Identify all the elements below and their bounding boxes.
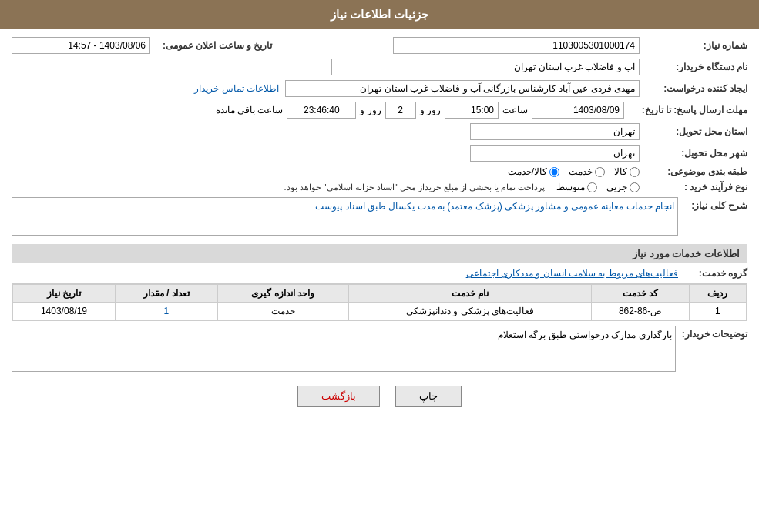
deadline-countdown-input [287, 102, 356, 119]
col-row: ردیف [689, 285, 746, 303]
deadline-days-word: روز و [360, 105, 381, 115]
city-input [470, 145, 640, 162]
buyer-notes-row: توضیحات خریدار: بارگذاری مدارک درخواستی … [12, 326, 747, 374]
province-row: استان محل تحویل: [12, 123, 747, 140]
description-label: شرح کلی نیاز: [678, 197, 747, 211]
category-label: طبقه بندی موضوعی: [640, 166, 747, 177]
deadline-date-input [532, 102, 624, 119]
deadline-time-label: ساعت [502, 105, 528, 115]
purchase-note: پرداخت تمام یا بخشی از مبلغ خریداز محل "… [284, 182, 545, 192]
need-number-row: شماره نیاز: تاریخ و ساعت اعلان عمومی: [12, 37, 747, 54]
category-radio-group: کالا خدمت کالا/خدمت [508, 166, 640, 177]
org-name-row: نام دستگاه خریدار: [12, 59, 747, 75]
purchase-option-jozi[interactable]: جزیی [606, 182, 640, 192]
category-option-kala-khadamat[interactable]: کالا/خدمت [508, 166, 559, 177]
deadline-label: مهلت ارسال پاسخ: تا تاریخ: [624, 105, 747, 115]
service-group-row: گروه خدمت: فعالیت‌های مربوط به سلامت انس… [12, 268, 747, 279]
buttons-row: چاپ بازگشت [12, 386, 747, 407]
deadline-days-input [385, 102, 416, 119]
category-row: طبقه بندی موضوعی: کالا خدمت کالا/خدمت [12, 166, 747, 177]
buyer-notes-label: توضیحات خریدار: [676, 326, 747, 340]
col-quantity: تعداد / مقدار [115, 285, 217, 303]
purchase-type-row: نوع فرآیند خرید : جزیی متوسط پرداخت تمام… [12, 182, 747, 192]
deadline-row: مهلت ارسال پاسخ: تا تاریخ: ساعت روز و رو… [12, 102, 747, 119]
col-code: کد خدمت [592, 285, 690, 303]
print-button[interactable]: چاپ [395, 386, 462, 407]
announce-time-label: تاریخ و ساعت اعلان عمومی: [156, 40, 272, 51]
col-name: نام خدمت [348, 285, 592, 303]
col-date: تاریخ نیاز [13, 285, 116, 303]
back-button[interactable]: بازگشت [297, 386, 380, 407]
category-option-khadamat[interactable]: خدمت [569, 166, 605, 177]
description-content: انجام خدمات معاینه عمومی و مشاور پزشکی (… [12, 197, 678, 238]
deadline-days-label: روز و [420, 105, 441, 115]
purchase-type-radio-group: جزیی متوسط [556, 182, 640, 192]
service-group-value[interactable]: فعالیت‌های مربوط به سلامت انسان و مددکار… [466, 268, 678, 279]
description-textarea: انجام خدمات معاینه عمومی و مشاور پزشکی (… [12, 197, 678, 236]
need-number-label: شماره نیاز: [640, 40, 747, 51]
city-row: شهر محل تحویل: [12, 145, 747, 162]
org-name-label: نام دستگاه خریدار: [640, 62, 747, 72]
header-title: جزئیات اطلاعات نیاز [331, 8, 428, 21]
creator-label: ایجاد کننده درخواست: [640, 83, 747, 94]
deadline-countdown-label: ساعت باقی مانده [216, 105, 284, 115]
category-option-kala[interactable]: کالا [614, 166, 640, 177]
creator-row: ایجاد کننده درخواست: مهدی فردی عین آباد … [12, 80, 747, 97]
service-section-header: اطلاعات خدمات مورد نیاز [12, 244, 747, 263]
services-table-wrapper: ردیف کد خدمت نام خدمت واحد اندازه گیری ت… [12, 283, 747, 321]
col-unit: واحد اندازه گیری [217, 285, 348, 303]
creator-value: مهدی فردی عین آباد کارشناس بازرگانی آب و… [285, 80, 640, 97]
page-title: جزئیات اطلاعات نیاز [0, 0, 759, 29]
province-label: استان محل تحویل: [640, 126, 747, 137]
page-wrapper: جزئیات اطلاعات نیاز شماره نیاز: تاریخ و … [0, 0, 759, 532]
buyer-notes-content: بارگذاری مدارک درخواستی طبق برگه استعلام [12, 326, 676, 374]
deadline-time-input [445, 102, 499, 119]
announce-time-input [12, 37, 150, 54]
buyer-notes-textarea: بارگذاری مدارک درخواستی طبق برگه استعلام [12, 326, 676, 372]
content-area: شماره نیاز: تاریخ و ساعت اعلان عمومی: نا… [0, 29, 759, 422]
org-name-input [331, 59, 640, 75]
table-row: 1ص-86-862فعالیت‌های پزشکی و دندانپزشکیخد… [13, 303, 747, 320]
services-table: ردیف کد خدمت نام خدمت واحد اندازه گیری ت… [12, 284, 747, 320]
creator-contact-link[interactable]: اطلاعات تماس خریدار [194, 83, 279, 94]
purchase-type-label: نوع فرآیند خرید : [640, 182, 747, 192]
description-row: شرح کلی نیاز: انجام خدمات معاینه عمومی و… [12, 197, 747, 238]
province-input [470, 123, 640, 140]
service-group-label: گروه خدمت: [678, 268, 747, 279]
city-label: شهر محل تحویل: [640, 148, 747, 159]
need-number-input [393, 37, 640, 54]
purchase-option-motevaset[interactable]: متوسط [556, 182, 597, 192]
